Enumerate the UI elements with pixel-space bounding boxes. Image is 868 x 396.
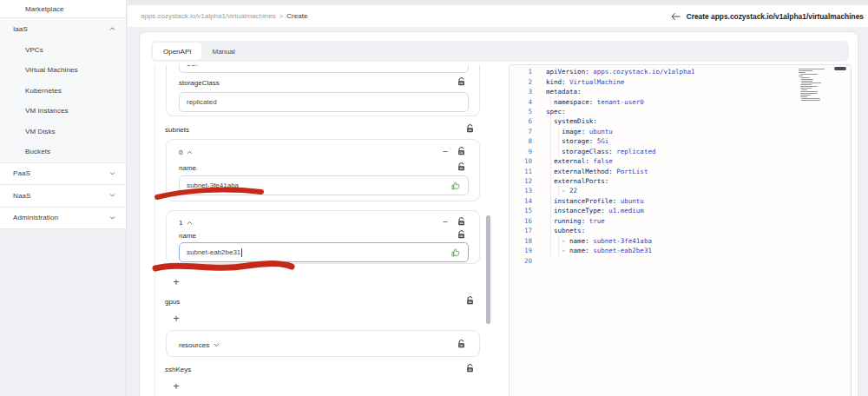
sidebar-item-label: Administration [0, 214, 58, 221]
code-line: 9 storageClass: replicated [510, 147, 851, 156]
lock-icon[interactable] [457, 217, 465, 226]
yaml-editor[interactable]: 1apiVersion: apps.cozystack.io/v1alpha12… [509, 64, 852, 396]
code-line: 8 storage: 5Gi [510, 136, 851, 146]
line-number: 16 [510, 217, 532, 225]
breadcrumb-item-create: Create [286, 12, 307, 20]
code-line: 5spec: [510, 107, 851, 116]
lock-icon[interactable] [457, 340, 465, 348]
line-number: 6 [510, 117, 532, 125]
subnet-0-name-input[interactable]: subnet-3fe41aba [179, 175, 469, 195]
line-number: 4 [510, 98, 532, 106]
code-line: 17 subnets: [510, 226, 851, 235]
subnet-item-1-card: 1 − name subnet-eab2be31 [166, 210, 480, 264]
thumbs-up-icon[interactable] [450, 248, 461, 258]
line-number: 9 [510, 148, 532, 155]
code-line: 13 - 22 [510, 186, 851, 195]
code-line: 14 instanceProfile: ubuntu [510, 196, 851, 206]
chevron-up-icon [109, 27, 115, 31]
sidebar-item-kubernetes[interactable]: Kubernetes [0, 81, 126, 102]
sidebar-item-administration[interactable]: Administration [0, 208, 126, 229]
lock-icon[interactable] [466, 296, 474, 305]
line-number: 5 [510, 108, 532, 116]
sidebar-item-label: PaaS [0, 169, 30, 177]
form-scrollbar[interactable] [486, 215, 490, 324]
chevron-down-icon [214, 343, 220, 347]
back-button[interactable] [670, 12, 681, 21]
tab-manual[interactable]: Manual [201, 43, 245, 60]
lock-icon[interactable] [466, 124, 474, 133]
lock-icon[interactable] [466, 364, 474, 373]
sidebar-item-label: VM Instances [0, 107, 69, 115]
sidebar-item-paas[interactable]: PaaS [0, 163, 126, 185]
system-disk-section-card: 5Gi storageClass replicated [166, 65, 480, 116]
tab-bar: OpenAPI Manual [151, 41, 849, 62]
subnet-1-index: 1 [179, 219, 182, 227]
ssh-keys-label: sshKeys [165, 366, 191, 373]
line-number: 11 [510, 168, 532, 175]
sidebar-item-label: Buckets [0, 148, 50, 155]
line-number: 15 [510, 207, 532, 214]
code-line: 11 externalMethod: PortList [510, 166, 851, 175]
editor-scrollbar[interactable] [834, 67, 846, 70]
resources-collapse-toggle[interactable]: resources [179, 339, 220, 351]
sidebar-item-buckets[interactable]: Buckets [0, 142, 126, 162]
subnet-0-name-label: name [179, 164, 196, 172]
sidebar-item-vm-disks[interactable]: VM Disks [0, 122, 126, 142]
code-line: 16 running: true [510, 216, 851, 226]
sidebar-item-vm-instances[interactable]: VM Instances [0, 101, 126, 122]
top-bar: apps.cozystack.io/v1alpha1/virtualmachin… [128, 5, 868, 27]
subnet-1-collapse-toggle[interactable]: 1 [179, 216, 193, 228]
line-number: 13 [510, 187, 532, 195]
storage-class-input[interactable]: replicated [179, 92, 469, 112]
sidebar-item-label: Marketplace [0, 5, 64, 13]
line-number: 12 [510, 177, 532, 185]
gpus-label: gpus [165, 298, 180, 306]
sidebar-item-label: IaaS [0, 25, 28, 33]
lock-icon[interactable] [457, 230, 465, 239]
chevron-down-icon [109, 215, 115, 220]
lock-icon[interactable] [457, 77, 465, 86]
code-line: 10 external: false [510, 156, 851, 166]
sidebar-item-iaas[interactable]: IaaS [0, 18, 126, 40]
sidebar-item-label: NaaS [0, 192, 30, 200]
breadcrumb: apps.cozystack.io/v1alpha1/virtualmachin… [128, 12, 307, 20]
line-number: 19 [510, 247, 532, 254]
storage-input[interactable]: 5Gi [179, 65, 469, 73]
remove-subnet-1-button[interactable]: − [443, 219, 448, 226]
tab-openapi[interactable]: OpenAPI [153, 43, 201, 60]
lock-icon[interactable] [457, 147, 465, 155]
thumbs-up-icon[interactable] [450, 181, 461, 191]
code-line: 15 instanceType: u1.medium [510, 206, 851, 215]
chevron-up-icon [187, 150, 193, 155]
code-line: 18 - name: subnet-3fe41aba [510, 235, 851, 245]
sidebar-item-marketplace[interactable]: Marketplace [0, 0, 126, 17]
chevron-up-icon [187, 221, 193, 225]
sidebar-item-label: VM Disks [0, 128, 56, 135]
sidebar-item-label: VPCs [0, 46, 43, 54]
subnets-label: subnets [165, 126, 189, 134]
subnet-1-name-label: name [179, 232, 196, 240]
chevron-down-icon [109, 194, 115, 198]
line-number: 8 [510, 137, 532, 145]
add-ssh-key-button[interactable]: + [169, 380, 183, 393]
add-subnet-button[interactable]: + [169, 276, 183, 288]
storage-value: 5Gi [187, 65, 197, 68]
breadcrumb-item-resource[interactable]: apps.cozystack.io/v1alpha1/virtualmachin… [141, 12, 276, 20]
remove-subnet-0-button[interactable]: − [443, 148, 448, 155]
line-number: 10 [510, 157, 532, 165]
sidebar-item-naas[interactable]: NaaS [0, 185, 126, 207]
lock-icon[interactable] [457, 162, 465, 171]
subnet-0-collapse-toggle[interactable]: 0 [179, 146, 193, 158]
resources-label: resources [179, 341, 209, 349]
code-line: 7 image: ubuntu [510, 127, 851, 136]
resources-section-card[interactable]: resources [166, 330, 480, 357]
subnet-1-name-input[interactable]: subnet-eab2be31 [179, 242, 469, 262]
sidebar-item-virtual-machines[interactable]: Virtual Machines [0, 60, 126, 81]
add-gpu-button[interactable]: + [169, 313, 183, 325]
minimap[interactable] [799, 69, 838, 102]
sidebar-item-label: Kubernetes [0, 87, 62, 95]
chevron-down-icon [109, 171, 115, 175]
sidebar-item-vpcs[interactable]: VPCs [0, 40, 126, 61]
content-card: OpenAPI Manual 5Gi storageClass replicat… [139, 31, 858, 396]
line-number: 7 [510, 128, 532, 135]
